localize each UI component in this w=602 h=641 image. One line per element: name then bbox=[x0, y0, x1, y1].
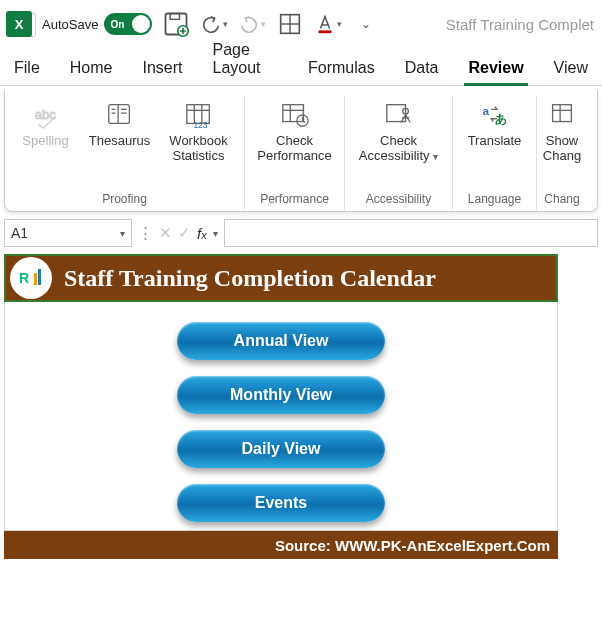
chevron-down-icon: ⌄ bbox=[361, 17, 371, 31]
group-name-performance: Performance bbox=[260, 189, 329, 211]
translate-icon: aあ bbox=[480, 101, 510, 129]
accept-formula-button[interactable]: ✓ bbox=[178, 224, 191, 242]
thesaurus-button[interactable]: Thesaurus bbox=[85, 96, 155, 149]
chevron-down-icon: ▾ bbox=[337, 19, 342, 29]
show-changes-icon bbox=[547, 101, 577, 129]
tab-view[interactable]: View bbox=[550, 53, 592, 85]
sheet-body: Annual View Monthly View Daily View Even… bbox=[4, 302, 558, 531]
thesaurus-icon bbox=[105, 101, 135, 129]
spelling-button[interactable]: abc Spelling bbox=[13, 96, 79, 149]
group-name-proofing: Proofing bbox=[102, 189, 147, 211]
group-performance: CheckPerformance Performance bbox=[245, 96, 345, 211]
events-button[interactable]: Events bbox=[177, 484, 385, 522]
acc-label-1: Check bbox=[380, 133, 417, 148]
show-changes-button[interactable]: ShowChang bbox=[538, 96, 586, 164]
svg-text:R: R bbox=[19, 270, 29, 286]
svg-line-24 bbox=[302, 121, 305, 123]
autosave-control[interactable]: AutoSave On bbox=[42, 13, 152, 35]
group-changes: ShowChang Chang bbox=[537, 96, 587, 211]
chevron-down-icon: ▾ bbox=[261, 19, 266, 29]
banner-title: Staff Training Completion Calendar bbox=[64, 265, 436, 292]
formula-input[interactable] bbox=[224, 219, 598, 247]
ribbon-tabs: File Home Insert Page Layout Formulas Da… bbox=[0, 48, 602, 86]
btn-label: Daily View bbox=[242, 440, 321, 458]
excel-app-icon: X bbox=[6, 11, 32, 37]
autosave-label: AutoSave bbox=[42, 17, 98, 32]
tab-home[interactable]: Home bbox=[66, 53, 117, 85]
changes-label-2: Chang bbox=[543, 148, 581, 163]
borders-button[interactable] bbox=[276, 10, 304, 38]
svg-rect-34 bbox=[38, 269, 41, 285]
worksheet-area: R Staff Training Completion Calendar Ann… bbox=[4, 254, 602, 559]
fx-button[interactable]: fx bbox=[197, 225, 207, 242]
monthly-view-button[interactable]: Monthly View bbox=[177, 376, 385, 414]
thesaurus-label: Thesaurus bbox=[89, 134, 150, 149]
save-icon bbox=[162, 10, 190, 38]
chevron-down-icon: ▾ bbox=[120, 228, 125, 239]
tab-formulas[interactable]: Formulas bbox=[304, 53, 379, 85]
group-name-accessibility: Accessibility bbox=[366, 189, 431, 211]
group-name-language: Language bbox=[468, 189, 521, 211]
group-language: aあ Translate Language bbox=[453, 96, 537, 211]
spelling-icon: abc bbox=[31, 101, 61, 129]
svg-text:a: a bbox=[482, 105, 489, 117]
document-title: Staff Training Complet bbox=[446, 16, 596, 33]
worksheet-banner[interactable]: R Staff Training Completion Calendar bbox=[4, 254, 558, 302]
qat-customize-button[interactable]: ⌄ bbox=[352, 10, 380, 38]
source-bar: Source: WWW.PK-AnExcelExpert.Com bbox=[4, 531, 558, 559]
redo-icon bbox=[238, 13, 260, 35]
svg-rect-8 bbox=[108, 105, 129, 124]
daily-view-button[interactable]: Daily View bbox=[177, 430, 385, 468]
banner-logo-icon: R bbox=[10, 257, 52, 299]
chevron-down-icon: ▾ bbox=[433, 151, 438, 162]
translate-button[interactable]: aあ Translate bbox=[455, 96, 535, 149]
cancel-formula-button[interactable]: ✕ bbox=[159, 224, 172, 242]
tab-review[interactable]: Review bbox=[464, 53, 527, 85]
name-box[interactable]: A1 ▾ bbox=[4, 219, 132, 247]
redo-button[interactable]: ▾ bbox=[238, 10, 266, 38]
perf-label-1: Check bbox=[276, 133, 313, 148]
wbstats-label-2: Statistics bbox=[172, 148, 224, 163]
formula-bar: A1 ▾ ⋮ ✕ ✓ fx ▾ bbox=[4, 218, 598, 248]
tab-insert[interactable]: Insert bbox=[138, 53, 186, 85]
perf-label-2: Performance bbox=[257, 148, 331, 163]
cell-reference: A1 bbox=[11, 225, 28, 241]
workbook-statistics-icon: 123 bbox=[184, 101, 214, 129]
autosave-toggle[interactable]: On bbox=[104, 13, 152, 35]
options-icon[interactable]: ⋮ bbox=[138, 224, 153, 242]
save-button[interactable] bbox=[162, 10, 190, 38]
toggle-knob bbox=[132, 15, 150, 33]
check-accessibility-button[interactable]: CheckAccessibility ▾ bbox=[347, 96, 451, 164]
font-color-button[interactable]: ▾ bbox=[314, 10, 342, 38]
chevron-down-icon: ▾ bbox=[223, 19, 228, 29]
group-accessibility: CheckAccessibility ▾ Accessibility bbox=[345, 96, 453, 211]
source-text: Source: WWW.PK-AnExcelExpert.Com bbox=[275, 537, 550, 554]
svg-rect-6 bbox=[319, 30, 332, 33]
group-proofing: abc Spelling Thesaurus 123 WorkbookStati… bbox=[5, 96, 245, 211]
undo-button[interactable]: ▾ bbox=[200, 10, 228, 38]
workbook-statistics-button[interactable]: 123 WorkbookStatistics bbox=[161, 96, 237, 164]
group-name-changes: Chang bbox=[544, 189, 579, 211]
tab-data[interactable]: Data bbox=[401, 53, 443, 85]
btn-label: Monthly View bbox=[230, 386, 332, 404]
svg-rect-33 bbox=[34, 273, 37, 285]
acc-label-2: Accessibility bbox=[359, 148, 430, 163]
translate-label: Translate bbox=[468, 134, 522, 149]
btn-label: Events bbox=[255, 494, 307, 512]
changes-label-1: Show bbox=[546, 133, 579, 148]
svg-rect-19 bbox=[282, 105, 303, 122]
spelling-label: Spelling bbox=[22, 134, 68, 149]
borders-icon bbox=[276, 10, 304, 38]
tab-page-layout[interactable]: Page Layout bbox=[208, 35, 282, 85]
wbstats-label-1: Workbook bbox=[169, 133, 227, 148]
check-performance-icon bbox=[280, 101, 310, 129]
btn-label: Annual View bbox=[234, 332, 329, 350]
svg-rect-29 bbox=[553, 105, 572, 122]
check-performance-button[interactable]: CheckPerformance bbox=[247, 96, 343, 164]
tab-file[interactable]: File bbox=[10, 53, 44, 85]
check-accessibility-icon bbox=[384, 101, 414, 129]
svg-text:123: 123 bbox=[193, 120, 207, 129]
chevron-down-icon: ▾ bbox=[213, 228, 218, 239]
annual-view-button[interactable]: Annual View bbox=[177, 322, 385, 360]
font-color-icon bbox=[314, 13, 336, 35]
